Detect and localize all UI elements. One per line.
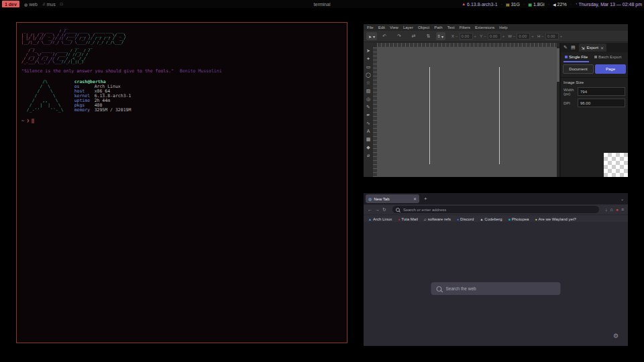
pen-tool[interactable]: ✒ [366, 113, 370, 117]
menu-filters[interactable]: Filters [460, 25, 470, 29]
tab-single-file[interactable]: Single File [564, 54, 589, 62]
menu-object[interactable]: Object [418, 25, 429, 29]
stepper-plus[interactable]: + [474, 34, 477, 38]
menu-extensions[interactable]: Extensions [475, 25, 494, 29]
text-tool[interactable]: A [367, 129, 370, 133]
address-input[interactable] [402, 207, 596, 213]
inkscape-body: ➤✦▭◯☆▧◎✎✒∿A▩◆⌀ ✎ ▤ ⇲ Export ✕ [364, 43, 628, 177]
web-search-box[interactable]: Search the web [431, 282, 561, 295]
workspace-scratch[interactable]: □ [60, 1, 63, 7]
stepper-minus[interactable]: − [541, 34, 544, 38]
stepper-plus[interactable]: + [502, 34, 505, 38]
gradient-tool[interactable]: ▩ [366, 137, 371, 141]
new-tab-button[interactable]: + [424, 196, 427, 202]
spiral-tool[interactable]: ◎ [366, 97, 370, 101]
y-input[interactable]: 0.00 [488, 33, 501, 40]
align-dropdown[interactable]: ≡ ▾ [436, 32, 446, 40]
flip-vertical-icon[interactable]: ⇅ [427, 34, 431, 39]
globe-icon: ◍ [24, 2, 28, 7]
stepper-minus[interactable]: − [513, 34, 516, 38]
flip-horizontal-icon[interactable]: ⇄ [412, 34, 416, 39]
dpi-input[interactable]: 96.00 [578, 99, 625, 107]
node-tool[interactable]: ✦ [366, 56, 370, 61]
browser-window[interactable]: ◍ New Tab ✕ + ⌄ ← → ↻ ↓ ⌂ ● ≡ ▲Arch Linu… [364, 193, 628, 346]
top-bar: 1 dev◍web♫mus□ terminal ▲6.13.8-arch3-1·… [0, 0, 644, 8]
menu-edit[interactable]: Edit [378, 25, 385, 29]
rotate-ccw-icon[interactable]: ↶ [382, 34, 386, 39]
export-tab-label: Export [587, 46, 598, 50]
red-dot-extension-icon[interactable]: ● [616, 207, 619, 212]
search-icon [396, 208, 400, 212]
export-dialog-tab[interactable]: ⇲ Export ✕ [579, 44, 606, 52]
workspace-dev[interactable]: 1 dev [2, 1, 19, 7]
box3d-tool[interactable]: ▧ [366, 88, 371, 93]
workspace-mus[interactable]: ♫mus [42, 1, 56, 7]
download-icon[interactable]: ↓ [605, 207, 608, 212]
stepper-minus[interactable]: − [455, 34, 458, 38]
stepper-plus[interactable]: + [560, 34, 563, 38]
page-button[interactable]: Page [595, 64, 626, 74]
selector-tool[interactable]: ➤ [366, 48, 370, 53]
width-row: Width (px) 794 [561, 86, 628, 97]
pencil-icon[interactable]: ✎ [564, 45, 568, 50]
tab-batch-export[interactable]: Batch Export [593, 54, 623, 62]
fetch-value: 3295M / 32019M [95, 108, 131, 113]
volume-module: ◀22% [553, 2, 567, 7]
export-preview-checkerboard [604, 153, 628, 177]
kernel-module: ▲6.13.8-arch3-1 [462, 2, 497, 7]
x-input[interactable]: 0.00 [460, 33, 473, 40]
bookmark-photopea[interactable]: ■Photopea [508, 217, 529, 221]
url-bar[interactable] [392, 206, 599, 213]
stepper-plus[interactable]: + [531, 34, 534, 38]
tab-title: New Tab [374, 197, 389, 201]
inkscape-window[interactable]: FileEditViewLayerObjectPathTextFiltersEx… [364, 24, 628, 177]
w-input[interactable]: 0.00 [517, 33, 530, 40]
gear-icon[interactable]: ⚙ [613, 333, 619, 339]
list-all-tabs-icon[interactable]: ⌄ [621, 196, 624, 201]
star-tool[interactable]: ☆ [366, 80, 370, 85]
terminal-window[interactable]: __ _ __ ___ / /_____ ____ ____ ___ ___ |… [16, 22, 347, 343]
menu-icon[interactable]: ≡ [621, 207, 624, 212]
dropper-tool[interactable]: ◆ [366, 145, 370, 149]
bookmark-software-refs[interactable]: ▱software refs [424, 217, 451, 221]
bookmark-arch-linux[interactable]: ▲Arch Linux [368, 217, 392, 221]
forward-icon[interactable]: → [375, 207, 380, 212]
menu-path[interactable]: Path [434, 25, 442, 29]
search-placeholder: Search the web [446, 286, 476, 291]
transform-icons: ↶↷⇄⇅ [377, 34, 436, 39]
close-icon[interactable]: ✕ [413, 196, 417, 201]
reload-icon[interactable]: ↻ [382, 207, 386, 213]
menu-layer[interactable]: Layer [403, 25, 413, 29]
canvas[interactable] [377, 47, 557, 177]
menu-text[interactable]: Text [447, 25, 455, 29]
bookmark-are-we-wayland-yet-[interactable]: ●Are we Wayland yet? [535, 217, 576, 221]
bookmark-codeberg[interactable]: ▲Codeberg [480, 217, 502, 221]
close-icon[interactable]: ✕ [600, 46, 604, 50]
ellipse-tool[interactable]: ◯ [366, 72, 371, 77]
export-icon: ⇲ [582, 46, 585, 50]
measure-tool[interactable]: ⌀ [367, 153, 370, 158]
menu-help[interactable]: Help [499, 25, 507, 29]
stepper-minus[interactable]: − [484, 34, 486, 38]
tab-new-tab[interactable]: ◍ New Tab ✕ [366, 194, 419, 203]
calligraphy-tool[interactable]: ∿ [366, 121, 370, 125]
bookmark-discord[interactable]: ●Discord [457, 217, 474, 221]
layers-icon[interactable]: ▤ [571, 45, 576, 50]
bookmark-tuta-mail[interactable]: ●Tuta Mail [398, 217, 417, 221]
rotate-cw-icon[interactable]: ↷ [397, 34, 401, 39]
extension-icon[interactable]: ⌂ [610, 207, 612, 212]
rectangle-tool[interactable]: ▭ [366, 64, 371, 69]
shell-prompt[interactable]: ~ ❯ [21, 119, 342, 123]
h-input[interactable]: 0.00 [545, 33, 559, 40]
document-button[interactable]: Document [563, 64, 594, 74]
back-icon[interactable]: ← [368, 207, 372, 212]
menu-view[interactable]: View [390, 25, 398, 29]
menu-file[interactable]: File [367, 25, 374, 29]
selection-mode-dropdown[interactable]: ➤ ▾ [366, 32, 377, 40]
workspace-web[interactable]: ◍web [24, 1, 38, 7]
pencil-tool[interactable]: ✎ [366, 105, 370, 109]
desktop: 1 dev◍web♫mus□ terminal ▲6.13.8-arch3-1·… [0, 0, 644, 362]
codeberg-icon: ▲ [480, 217, 483, 221]
ascii-banner-welcome: __ _ __ ___ / /_____ ____ ____ ___ ___ |… [21, 25, 126, 45]
width-input[interactable]: 794 [578, 87, 625, 96]
